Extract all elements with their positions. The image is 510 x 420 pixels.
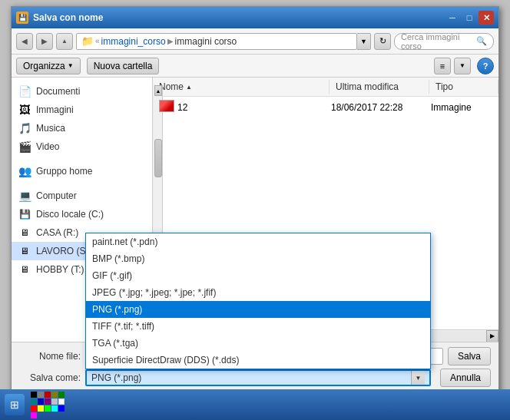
back-button[interactable]: ◀ <box>16 33 33 50</box>
sidebar-item-documenti[interactable]: 📄 Documenti <box>12 82 142 101</box>
col-nome-sort-icon: ▲ <box>186 84 192 91</box>
color-swatch-purple[interactable] <box>45 399 51 405</box>
annulla-button[interactable]: Annulla <box>440 369 491 387</box>
window-title: Salva con nome <box>33 12 445 23</box>
sidebar-label-casa: CASA (R:) <box>36 227 78 238</box>
taskbar: ⊞ <box>0 389 510 420</box>
breadcrumb-dropdown-button[interactable]: ▼ <box>357 33 371 50</box>
col-tipo-label: Tipo <box>435 81 453 92</box>
dropdown-item-gif[interactable]: GIF (*.gif) <box>86 267 430 284</box>
sidebar-item-computer[interactable]: 💻 Computer <box>12 187 142 205</box>
color-swatch-red[interactable] <box>31 405 37 412</box>
close-button[interactable]: ✕ <box>479 11 494 25</box>
color-swatch-yellow[interactable] <box>38 405 44 412</box>
dropdown-item-bmp[interactable]: BMP (*.bmp) <box>86 250 430 267</box>
sidebar-label-hobby: HOBBY (T:) <box>36 264 84 275</box>
maximize-button[interactable]: □ <box>462 11 477 25</box>
color-swatch-darkred[interactable] <box>45 392 51 398</box>
nuova-cartella-button[interactable]: Nuova cartella <box>87 58 160 74</box>
breadcrumb-chevron: ▶ <box>167 37 174 45</box>
color-swatch-lime[interactable] <box>45 405 51 412</box>
toolbar: Organizza ▼ Nuova cartella ≡ ▼ ? <box>12 55 498 78</box>
col-header-tipo[interactable]: Tipo <box>429 80 498 94</box>
toolbar-icons: ≡ ▼ <box>434 58 471 74</box>
sidebar-label-video: Video <box>36 141 59 152</box>
gruppo-home-icon: 👥 <box>18 164 31 178</box>
color-swatch-white[interactable] <box>58 399 65 405</box>
table-row[interactable]: 12 18/06/2017 22:28 Immagine <box>153 97 498 117</box>
col-header-modifica[interactable]: Ultima modifica <box>330 80 429 94</box>
organizza-button[interactable]: Organizza ▼ <box>16 58 81 74</box>
bottom-section: Nome file: Salva Salva come: PNG (*.png)… <box>12 342 498 395</box>
sidebar-item-immagini[interactable]: 🖼 Immagini <box>12 101 142 119</box>
sidebar-label-musica: Musica <box>36 123 65 134</box>
file-name: 12 <box>177 102 331 113</box>
organizza-arrow: ▼ <box>68 62 74 69</box>
refresh-button[interactable]: ↻ <box>374 33 391 50</box>
view-icon-btn[interactable]: ≡ <box>434 58 451 74</box>
salva-come-select[interactable]: PNG (*.png) ▼ <box>85 369 431 386</box>
color-swatch-teal[interactable] <box>31 399 37 405</box>
dropdown-item-tiff[interactable]: TIFF (*.tif; *.tiff) <box>86 318 430 335</box>
dropdown-item-dds[interactable]: Superficie DirectDraw (DDS) (*.dds) <box>86 352 430 369</box>
forward-button[interactable]: ▶ <box>36 33 53 50</box>
color-swatch-black[interactable] <box>31 392 37 398</box>
nome-file-label: Nome file: <box>19 351 81 362</box>
minimize-button[interactable]: ─ <box>445 11 460 25</box>
sidebar-item-disco-locale[interactable]: 💾 Disco locale (C:) <box>12 205 142 223</box>
breadcrumb-separator-before: « <box>95 37 100 45</box>
sidebar-label-immagini: Immagini <box>36 104 74 115</box>
breadcrumb-part1[interactable]: immagini_corso <box>101 36 166 47</box>
help-button[interactable]: ? <box>477 58 494 74</box>
view-arrow-btn[interactable]: ▼ <box>454 58 471 74</box>
sidebar-label-computer: Computer <box>36 190 77 201</box>
disco-locale-icon: 💾 <box>18 207 31 221</box>
salva-come-value: PNG (*.png) <box>91 372 141 383</box>
color-swatch-silver[interactable] <box>51 399 58 405</box>
sidebar-item-gruppo-home[interactable]: 👥 Gruppo home <box>12 162 142 180</box>
sidebar-item-video[interactable]: 🎬 Video <box>12 137 142 156</box>
color-swatch-gray[interactable] <box>38 392 44 398</box>
file-list-header: Nome ▲ Ultima modifica Tipo <box>153 78 498 97</box>
sidebar-item-musica[interactable]: 🎵 Musica <box>12 119 142 137</box>
color-swatch-brightblue[interactable] <box>58 405 65 412</box>
color-palette <box>31 392 69 418</box>
dropdown-item-pdn[interactable]: paint.net (*.pdn) <box>86 233 430 250</box>
salva-come-label: Salva come: <box>19 372 81 383</box>
sidebar-divider-2 <box>12 180 142 187</box>
col-header-nome[interactable]: Nome ▲ <box>153 80 330 94</box>
breadcrumb-part2[interactable]: immagini corso <box>175 36 237 47</box>
select-arrow-icon[interactable]: ▼ <box>411 371 425 385</box>
computer-icon: 💻 <box>18 189 31 203</box>
sidebar-label-documenti: Documenti <box>36 86 80 97</box>
up-button[interactable]: ▲ <box>56 33 73 50</box>
hobby-icon: 🖥 <box>18 263 31 276</box>
color-swatch-magenta[interactable] <box>31 412 37 418</box>
addressbar: ◀ ▶ ▲ 📁 « immagini_corso ▶ immagini cors… <box>12 28 498 55</box>
color-swatch-green[interactable] <box>58 392 65 398</box>
color-swatch-blue[interactable] <box>38 399 44 405</box>
color-swatch-cyan[interactable] <box>51 405 58 412</box>
titlebar-buttons: ─ □ ✕ <box>445 11 494 25</box>
breadcrumb-bar: 📁 « immagini_corso ▶ immagini corso <box>76 33 357 50</box>
dropdown-item-jpeg[interactable]: JPEG (*.jpg; *.jpeg; *.jpe; *.jfif) <box>86 284 430 301</box>
search-box[interactable]: Cerca immagini corso 🔍 <box>394 33 494 50</box>
immagini-icon: 🖼 <box>18 103 31 117</box>
musica-icon: 🎵 <box>18 121 31 135</box>
breadcrumb-icon: 📁 <box>81 35 94 47</box>
taskbar-start-button[interactable]: ⊞ <box>5 394 25 415</box>
lavoro-icon: 🖥 <box>18 244 31 258</box>
search-icon[interactable]: 🔍 <box>476 36 487 46</box>
titlebar: 💾 Salva con nome ─ □ ✕ <box>12 7 498 28</box>
color-swatch-olive[interactable] <box>51 392 58 398</box>
hscroll-right-button[interactable]: ▶ <box>486 330 498 342</box>
nuova-cartella-label: Nuova cartella <box>94 61 153 71</box>
dropdown-item-png[interactable]: PNG (*.png) <box>86 301 430 318</box>
sidebar-divider-1 <box>12 156 142 162</box>
organizza-label: Organizza <box>23 61 65 71</box>
salva-button[interactable]: Salva <box>448 347 491 365</box>
salva-come-row: Salva come: PNG (*.png) ▼ paint.net (*.p… <box>19 369 491 387</box>
file-type: Immagine <box>431 102 498 113</box>
dropdown-item-tga[interactable]: TGA (*.tga) <box>86 335 430 352</box>
col-modifica-label: Ultima modifica <box>336 81 399 92</box>
